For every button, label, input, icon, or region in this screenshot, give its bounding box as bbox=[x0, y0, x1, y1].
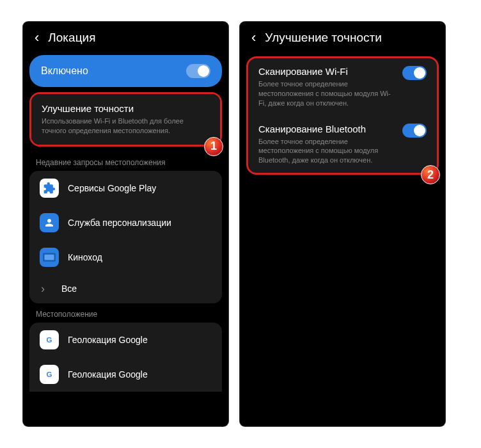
kinohod-icon bbox=[40, 248, 59, 267]
list-item[interactable]: G Геолокация Google bbox=[29, 323, 222, 357]
bt-scan-desc: Более точное определение местоположения … bbox=[258, 137, 395, 166]
wifi-toggle[interactable] bbox=[402, 66, 427, 80]
location-section-header: Местоположение bbox=[23, 303, 228, 323]
list-item[interactable]: Служба персонализации bbox=[29, 205, 222, 240]
accuracy-title: Улучшение точности bbox=[42, 103, 210, 114]
accuracy-improvement-item[interactable]: Улучшение точности Использование Wi-Fi и… bbox=[31, 94, 220, 145]
svg-text:G: G bbox=[46, 370, 52, 378]
wifi-scan-desc: Более точное определение местоположения … bbox=[258, 79, 395, 108]
back-icon[interactable]: ‹ bbox=[35, 31, 39, 45]
bluetooth-toggle[interactable] bbox=[402, 124, 427, 138]
step-badge-1: 1 bbox=[204, 137, 223, 156]
page-title: Локация bbox=[48, 31, 95, 45]
bt-scan-title: Сканирование Bluetooth bbox=[258, 124, 395, 134]
app-label: Все bbox=[61, 284, 77, 294]
personalization-icon bbox=[40, 213, 59, 232]
google-icon: G bbox=[40, 330, 59, 349]
header: ‹ Улучшение точности bbox=[240, 22, 445, 51]
toggle-switch[interactable] bbox=[186, 64, 210, 78]
recent-apps-list: Сервисы Google Play Служба персонализаци… bbox=[29, 171, 222, 303]
location-enabled-toggle[interactable]: Включено bbox=[29, 55, 222, 87]
app-label: Сервисы Google Play bbox=[68, 183, 156, 193]
app-label: Геолокация Google bbox=[68, 335, 148, 345]
list-item-all[interactable]: › Все bbox=[29, 275, 222, 303]
list-item[interactable]: Киноход bbox=[29, 240, 222, 275]
phone-left: ‹ Локация Включено Улучшение точности Ис… bbox=[23, 22, 228, 426]
wifi-scanning-item[interactable]: Сканирование Wi-Fi Более точное определе… bbox=[248, 58, 437, 116]
list-item[interactable]: G Геолокация Google bbox=[29, 357, 222, 392]
app-label: Киноход bbox=[68, 252, 102, 262]
svg-rect-1 bbox=[45, 255, 54, 260]
highlight-accuracy: Улучшение точности Использование Wi-Fi и… bbox=[29, 92, 222, 147]
wifi-scan-title: Сканирование Wi-Fi bbox=[258, 66, 395, 77]
chevron-right-icon: › bbox=[41, 282, 45, 296]
bluetooth-scanning-item[interactable]: Сканирование Bluetooth Более точное опре… bbox=[248, 116, 437, 173]
page-title: Улучшение точности bbox=[265, 31, 381, 45]
google-icon: G bbox=[40, 365, 59, 384]
recent-requests-header: Недавние запросы местоположения bbox=[23, 152, 228, 171]
step-badge-2: 2 bbox=[421, 165, 440, 184]
list-item[interactable]: Сервисы Google Play bbox=[29, 171, 222, 205]
svg-text:G: G bbox=[46, 335, 52, 344]
enabled-label: Включено bbox=[41, 65, 88, 77]
back-icon[interactable]: ‹ bbox=[251, 31, 256, 45]
app-label: Геолокация Google bbox=[68, 369, 148, 380]
phone-right: ‹ Улучшение точности Сканирование Wi-Fi … bbox=[240, 22, 445, 426]
highlight-scanning: Сканирование Wi-Fi Более точное определе… bbox=[246, 56, 439, 175]
play-services-icon bbox=[40, 179, 59, 198]
location-services-list: G Геолокация Google G Геолокация Google bbox=[29, 323, 222, 392]
accuracy-desc: Использование Wi-Fi и Bluetooth для боле… bbox=[42, 116, 210, 136]
app-label: Служба персонализации bbox=[68, 218, 171, 228]
header: ‹ Локация bbox=[23, 22, 228, 51]
